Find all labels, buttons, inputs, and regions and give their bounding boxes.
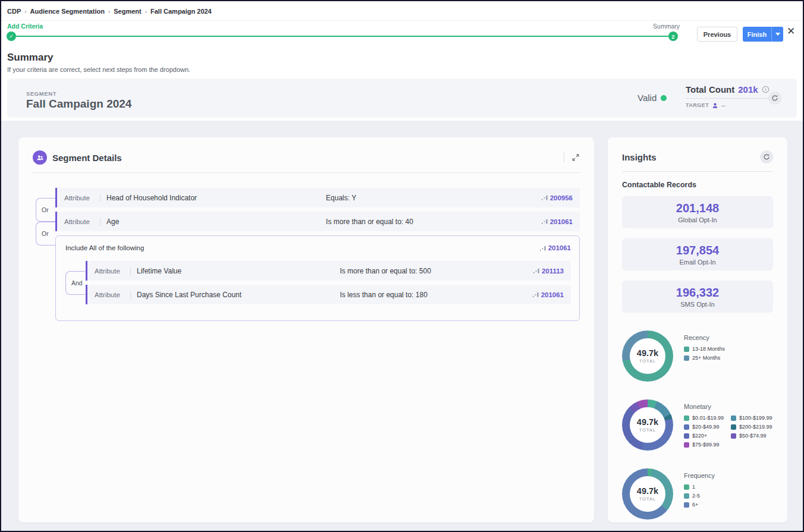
row-divider [100,218,100,226]
segment-header-band: SEGMENT Fall Campaign 2024 Valid Total C… [7,78,797,118]
count-chart-icon [532,291,539,298]
legend-item: $0.01-$19.99 [684,415,724,421]
chevron-down-icon [775,33,780,36]
info-icon[interactable] [762,86,770,93]
legend-item: 13-18 Months [684,346,725,352]
criteria-attribute-name: Head of Household Indicator [106,194,320,202]
criteria-row[interactable]: Attribute Lifetime Value Is more than or… [86,261,571,281]
header-divider [564,153,564,162]
legend-item: $75-$99.99 [684,442,724,448]
stat-label: Global Opt-In [626,216,770,223]
chart-title: Recency [684,334,725,341]
connector-and: And [65,271,85,295]
stat-value: 201,148 [626,202,770,215]
legend-swatch [684,355,689,361]
frequency-chart: 49.7k TOTAL Frequency 12-56+ [622,468,773,520]
criteria-group: Include All of the following 201061 Attr… [55,235,580,321]
previous-button[interactable]: Previous [697,27,737,42]
group-label: Include All of the following [65,244,144,251]
breadcrumb-separator: › [108,8,110,15]
chart-title: Frequency [684,472,715,479]
legend-swatch [684,484,689,490]
step-complete-check-icon[interactable]: ✓ [7,32,16,41]
monetary-chart: 49.7k TOTAL Monetary $0.01-$19.99$20-$49… [622,399,773,451]
step-add-criteria-label[interactable]: Add Criteria [7,23,43,30]
total-count-label: Total Count [686,84,734,95]
refresh-insights-button[interactable] [760,150,773,163]
criteria-count[interactable]: 201113 [542,267,564,275]
legend-item: 25+ Months [684,355,725,361]
expand-icon[interactable] [571,153,580,162]
row-divider [100,194,100,202]
step-summary-label[interactable]: Summary [652,23,680,30]
segment-details-title: Segment Details [52,153,122,163]
breadcrumb-item-audience-segmentation[interactable]: Audience Segmentation [30,8,105,15]
segment-kicker: SEGMENT [26,90,56,97]
criteria-count[interactable]: 201061 [550,218,573,225]
main-content: Segment Details Attribute Head of Househ… [1,121,803,532]
wizard-stepper: Add Criteria ✓ Summary 2 Previous Finish… [1,21,803,47]
breadcrumb-separator: › [24,8,26,15]
count-chart-icon [541,194,548,201]
legend-label: $20-$49.99 [692,424,720,430]
stat-value: 196,332 [626,286,770,300]
recency-donut: 49.7k TOTAL [622,330,673,382]
count-chart-icon [533,267,539,274]
refresh-count-button[interactable] [768,92,781,105]
refresh-icon [771,95,778,102]
legend-swatch [731,424,736,430]
group-count-value[interactable]: 201061 [548,244,571,251]
close-icon[interactable]: ✕ [787,26,795,36]
status-dot [661,95,667,101]
legend-label: $0.01-$19.99 [692,415,724,421]
stat-card-global-opt-in: 201,148 Global Opt-In [622,196,773,228]
breadcrumb-item-current: Fall Campaign 2024 [150,8,212,15]
donut-total-label: TOTAL [639,358,656,364]
breadcrumb-item-cdp[interactable]: CDP [7,8,21,15]
donut-total-value: 49.7k [637,486,658,496]
legend-label: $50-$74.99 [739,433,767,439]
criteria-count[interactable]: 200956 [550,194,573,202]
donut-total-label: TOTAL [639,496,656,502]
connector-or: Or [36,198,55,222]
legend-label: 25+ Months [692,355,720,361]
legend-item: $220+ [684,433,724,439]
criteria-row[interactable]: Attribute Age Is more than or equal to: … [55,212,580,231]
contactable-records-label: Contactable Records [622,181,773,189]
finish-dropdown-toggle[interactable] [771,27,783,42]
frequency-donut: 49.7k TOTAL [622,468,673,520]
stat-label: SMS Opt-In [626,301,770,308]
stat-card-sms-opt-in: 196,332 SMS Opt-In [622,281,773,313]
finish-button[interactable]: Finish [743,27,783,42]
users-icon [36,154,44,162]
criteria-count[interactable]: 201061 [541,291,564,298]
step-2-badge[interactable]: 2 [668,32,678,41]
legend-item: $20-$49.99 [684,424,724,430]
criteria-type-label: Attribute [64,218,94,225]
finish-button-label: Finish [743,31,771,38]
criteria-condition: Is less than or equal to: 180 [340,291,526,299]
segment-name: Fall Campaign 2024 [26,97,131,111]
criteria-attribute-name: Days Since Last Purchase Count [137,291,334,299]
legend-swatch [684,347,689,352]
criteria-row[interactable]: Attribute Days Since Last Purchase Count… [86,285,571,304]
panel-divider [622,171,773,172]
criteria-type-label: Attribute [64,194,94,202]
connector-or: Or [36,222,55,245]
legend-label: 6+ [692,502,698,508]
criteria-attribute-name: Lifetime Value [137,267,334,275]
page-title: Summary [7,52,797,64]
refresh-icon [763,153,770,160]
donut-total-value: 49.7k [637,348,658,358]
monetary-donut: 49.7k TOTAL [622,399,673,451]
criteria-row[interactable]: Attribute Head of Household Indicator Eq… [55,188,580,207]
breadcrumb-item-segment[interactable]: Segment [114,8,141,15]
panel-divider [33,172,580,173]
insights-panel: Insights Contactable Records 201,148 Glo… [608,137,787,522]
legend-item: 2-5 [684,493,715,499]
criteria-type-label: Attribute [95,267,124,275]
legend-swatch [684,442,689,448]
legend-swatch [684,433,689,439]
count-chart-icon [539,245,546,251]
legend-label: 1 [692,484,695,490]
